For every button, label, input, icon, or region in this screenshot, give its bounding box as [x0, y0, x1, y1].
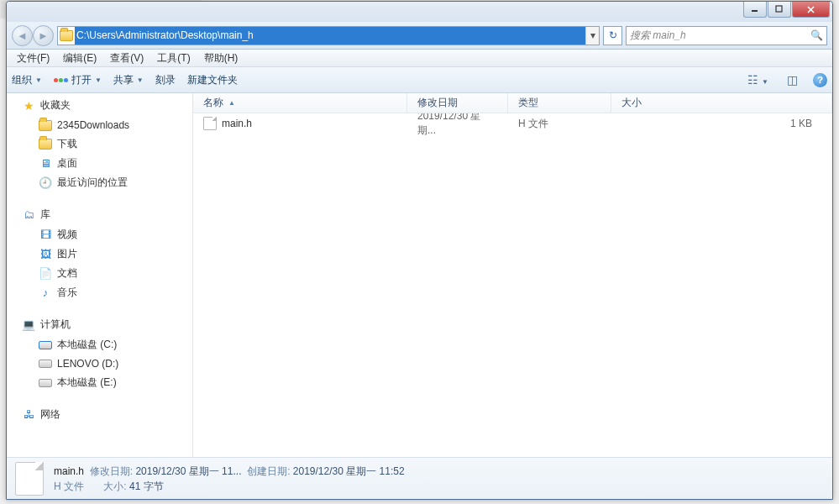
help-icon[interactable]: ?	[813, 73, 827, 87]
recent-icon: 🕘	[39, 176, 52, 190]
open-icon	[54, 78, 68, 82]
col-type[interactable]: 类型	[508, 93, 611, 113]
nav-tree[interactable]: ★收藏夹 2345Downloads 下载 🖥桌面 🕘最近访问的位置 🗂库 🎞视…	[7, 93, 193, 457]
computer-group[interactable]: 💻计算机	[7, 314, 192, 335]
sidebar-item-documents[interactable]: 📄文档	[7, 264, 192, 283]
search-input[interactable]: 搜索 main_h 🔍	[626, 26, 827, 45]
file-name: main.h	[222, 118, 252, 129]
folder-icon	[39, 138, 52, 151]
file-size: 1 KB	[611, 118, 832, 129]
star-icon: ★	[22, 99, 35, 113]
sidebar-item-drive-c[interactable]: 本地磁盘 (C:)	[7, 335, 192, 354]
file-row[interactable]: main.h 2019/12/30 星期... H 文件 1 KB	[193, 113, 832, 132]
folder-icon	[58, 30, 75, 41]
svg-rect-1	[776, 6, 782, 12]
desktop-icon: 🖥	[39, 157, 52, 171]
computer-icon: 💻	[22, 318, 35, 332]
details-file-icon	[15, 462, 44, 496]
sidebar-item-pictures[interactable]: 🖼图片	[7, 244, 192, 264]
sort-asc-icon: ▲	[228, 99, 235, 107]
search-placeholder: 搜索 main_h	[630, 29, 686, 43]
sidebar-item-music[interactable]: ♪音乐	[7, 283, 192, 302]
menubar: 文件(F) 编辑(E) 查看(V) 工具(T) 帮助(H)	[7, 50, 832, 67]
drive-icon	[39, 357, 52, 370]
search-icon[interactable]: 🔍	[810, 29, 823, 41]
close-button[interactable]	[792, 2, 830, 18]
burn-button[interactable]: 刻录	[155, 73, 176, 87]
menu-view[interactable]: 查看(V)	[103, 51, 150, 66]
open-button[interactable]: 打开▼	[54, 73, 102, 87]
video-icon: 🎞	[39, 228, 52, 242]
menu-file[interactable]: 文件(F)	[10, 51, 56, 66]
titlebar[interactable]	[7, 2, 832, 22]
drive-icon	[39, 376, 52, 390]
details-filetype: H 文件	[54, 480, 84, 492]
file-rows[interactable]: main.h 2019/12/30 星期... H 文件 1 KB	[193, 113, 832, 457]
file-date: 2019/12/30 星期...	[407, 113, 508, 138]
sidebar-item-desktop[interactable]: 🖥桌面	[7, 154, 192, 173]
col-size[interactable]: 大小	[611, 93, 832, 113]
toolbar: 组织▼ 打开▼ 共享▼ 刻录 新建文件夹 ☷ ▼ ◫ ?	[7, 67, 832, 93]
sidebar-item-videos[interactable]: 🎞视频	[7, 225, 192, 244]
picture-icon: 🖼	[39, 248, 52, 261]
music-icon: ♪	[39, 286, 52, 300]
libraries-group[interactable]: 🗂库	[7, 204, 192, 225]
details-filename: main.h	[54, 465, 84, 477]
minimize-button[interactable]	[743, 2, 767, 18]
file-icon	[203, 117, 217, 130]
organize-button[interactable]: 组织▼	[12, 73, 42, 87]
sidebar-item-drive-d[interactable]: LENOVO (D:)	[7, 354, 192, 373]
sidebar-item-2345downloads[interactable]: 2345Downloads	[7, 116, 192, 134]
sidebar-item-drive-e[interactable]: 本地磁盘 (E:)	[7, 373, 192, 392]
sidebar-item-downloads[interactable]: 下载	[7, 134, 192, 154]
favorites-group[interactable]: ★收藏夹	[7, 95, 192, 116]
folder-icon	[39, 118, 52, 132]
file-list-area: 名称▲ 修改日期 类型 大小 main.h 2019/12/30 星期... H…	[193, 93, 832, 457]
maximize-button[interactable]	[768, 2, 791, 18]
document-icon: 📄	[39, 267, 52, 281]
network-group[interactable]: 🖧网络	[7, 404, 192, 425]
explorer-window: ◄ ► C:\Users\Administrator\Desktop\main_…	[6, 1, 833, 500]
menu-help[interactable]: 帮助(H)	[197, 51, 245, 66]
new-folder-button[interactable]: 新建文件夹	[187, 73, 238, 87]
path-dropdown-icon[interactable]: ▾	[585, 27, 599, 45]
address-bar: ◄ ► C:\Users\Administrator\Desktop\main_…	[7, 22, 832, 50]
details-pane: main.h 修改日期: 2019/12/30 星期一 11... 创建日期: …	[7, 457, 832, 499]
library-icon: 🗂	[22, 208, 35, 222]
column-headers: 名称▲ 修改日期 类型 大小	[193, 93, 832, 113]
path-text[interactable]: C:\Users\Administrator\Desktop\main_h	[75, 27, 585, 45]
share-button[interactable]: 共享▼	[113, 73, 144, 87]
view-mode-button[interactable]: ☷ ▼	[744, 73, 772, 87]
drive-icon	[39, 339, 52, 352]
file-type: H 文件	[508, 117, 611, 131]
col-date[interactable]: 修改日期	[407, 93, 508, 113]
path-box[interactable]: C:\Users\Administrator\Desktop\main_h ▾	[57, 26, 600, 45]
sidebar-item-recent[interactable]: 🕘最近访问的位置	[7, 173, 192, 192]
preview-pane-button[interactable]: ◫	[784, 73, 801, 87]
back-button[interactable]: ◄	[12, 25, 33, 46]
network-icon: 🖧	[22, 408, 35, 422]
menu-edit[interactable]: 编辑(E)	[56, 51, 103, 66]
col-name[interactable]: 名称▲	[193, 93, 407, 113]
nav-arrows: ◄ ►	[12, 25, 54, 46]
menu-tools[interactable]: 工具(T)	[150, 51, 197, 66]
refresh-button[interactable]: ↻	[603, 26, 622, 45]
forward-button[interactable]: ►	[33, 25, 54, 46]
